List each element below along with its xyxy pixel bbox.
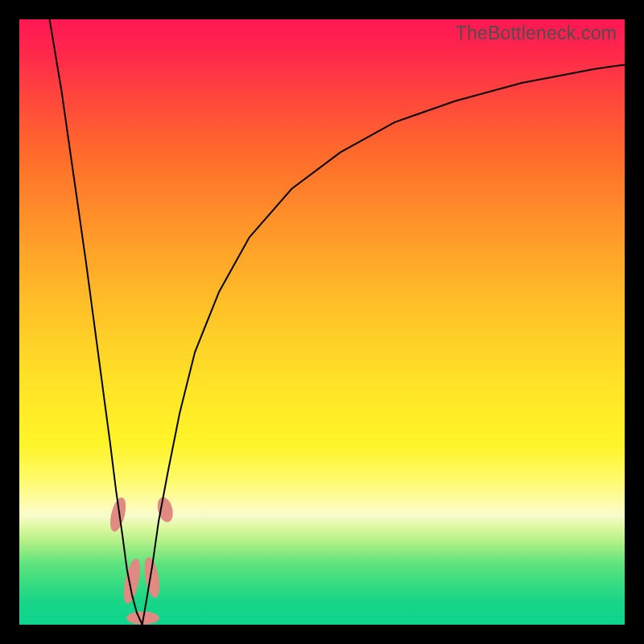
chart-svg	[19, 19, 625, 625]
right-blob-upper	[155, 496, 175, 524]
plot-area: TheBottleneck.com	[19, 19, 625, 625]
curve-left-branch	[50, 19, 142, 625]
marker-group	[107, 496, 175, 625]
left-blob-lower	[121, 557, 143, 605]
outer-frame: TheBottleneck.com	[0, 0, 644, 644]
right-blob-lower	[142, 556, 162, 599]
curve-right-branch	[142, 64, 625, 625]
